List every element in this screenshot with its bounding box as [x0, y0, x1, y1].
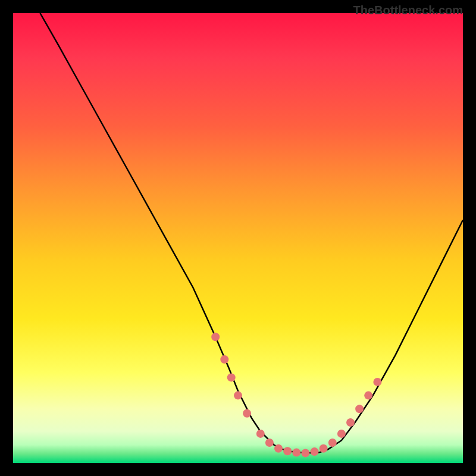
chart-container: TheBottleneck.com	[0, 0, 476, 476]
data-marker	[243, 409, 251, 418]
data-marker	[355, 405, 364, 413]
data-markers	[211, 333, 381, 457]
data-marker	[364, 392, 372, 400]
data-marker	[320, 444, 328, 453]
data-marker	[234, 392, 242, 400]
data-marker	[283, 447, 292, 455]
data-marker	[274, 444, 283, 453]
bottleneck-curve	[40, 13, 463, 453]
chart-svg	[13, 13, 463, 463]
data-marker	[265, 439, 274, 447]
data-marker	[373, 378, 381, 386]
data-marker	[220, 355, 228, 364]
data-marker	[211, 333, 220, 341]
data-marker	[292, 449, 300, 457]
data-marker	[328, 439, 337, 447]
data-marker	[227, 373, 236, 381]
data-marker	[346, 418, 355, 427]
data-marker	[337, 430, 346, 438]
data-marker	[311, 447, 319, 456]
data-marker	[256, 430, 265, 438]
watermark-text: TheBottleneck.com	[353, 4, 463, 17]
data-marker	[301, 449, 309, 457]
